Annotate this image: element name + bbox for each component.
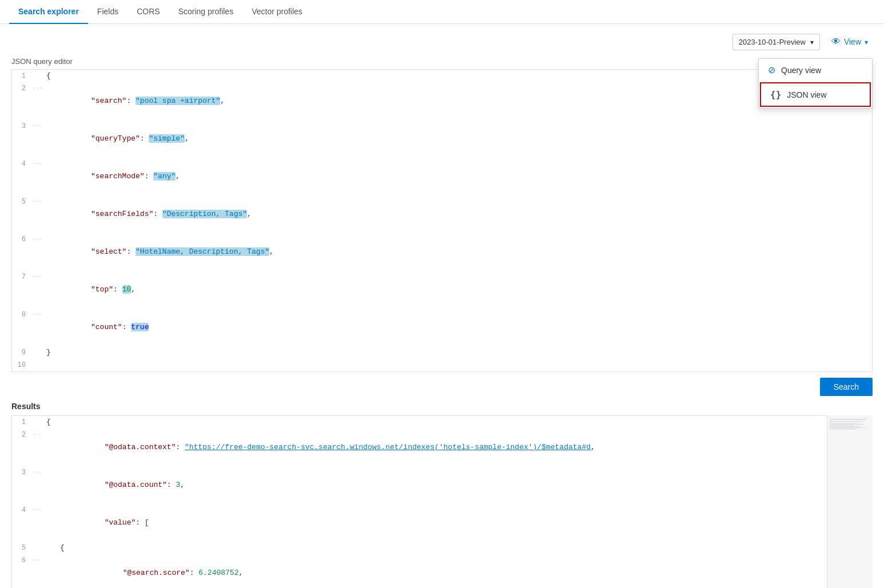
view-dropdown: ⊘ Query view {} JSON view <box>758 58 873 109</box>
editor-line-5: 5 ··· "searchFields": "Description, Tags… <box>12 195 872 233</box>
result-line-3: 3 ··· "@odata.count": 3, <box>12 466 823 504</box>
result-line-5: 5 { <box>12 542 823 554</box>
result-line-4: 4 ··· "value": [ <box>12 504 823 542</box>
query-view-label: Query view <box>781 66 821 75</box>
editor-line-4: 4 ··· "searchMode": "any", <box>12 158 872 195</box>
toolbar: 2023-10-01-Preview 👁 View ⊘ Query view {… <box>11 33 873 50</box>
json-view-option[interactable]: {} JSON view <box>760 82 871 107</box>
results-wrapper: 1 { 2 ··· "@odata.context": "https://fre… <box>11 415 873 588</box>
query-view-option[interactable]: ⊘ Query view <box>759 59 872 81</box>
tab-scoring-profiles[interactable]: Scoring profiles <box>169 0 243 24</box>
json-view-label: JSON view <box>787 90 826 99</box>
editor-line-3: 3 ··· "queryType": "simple", <box>12 120 872 158</box>
editor-line-8: 8 ··· "count": true <box>12 309 872 346</box>
eye-icon: 👁 <box>831 37 841 47</box>
result-line-2: 2 ··· "@odata.context": "https://free-de… <box>12 429 823 466</box>
tab-fields[interactable]: Fields <box>88 0 128 24</box>
json-query-editor[interactable]: 1 { 2 ··· "search": "pool spa +airport",… <box>11 69 873 372</box>
api-version-label: 2023-10-01-Preview <box>739 38 806 46</box>
tab-vector-profiles[interactable]: Vector profiles <box>242 0 312 24</box>
minimap-content <box>827 415 873 588</box>
editor-line-9: 9 } <box>12 346 872 359</box>
view-chevron-icon <box>865 37 868 46</box>
results-lines: 1 { 2 ··· "@odata.context": "https://fre… <box>12 416 823 588</box>
editor-line-1: 1 { <box>12 70 872 82</box>
json-editor-label: JSON query editor <box>11 57 873 66</box>
results-editor[interactable]: 1 { 2 ··· "@odata.context": "https://fre… <box>11 415 873 588</box>
editor-lines: 1 { 2 ··· "search": "pool spa +airport",… <box>12 70 872 371</box>
tab-cors[interactable]: CORS <box>128 0 169 24</box>
editor-line-7: 7 ··· "top": 10, <box>12 271 872 309</box>
view-button[interactable]: 👁 View <box>827 33 873 50</box>
editor-line-6: 6 ··· "select": "HotelName, Description,… <box>12 233 872 271</box>
nav-tabs: Search explorer Fields CORS Scoring prof… <box>0 0 884 24</box>
results-label: Results <box>11 402 873 411</box>
main-content: 2023-10-01-Preview 👁 View ⊘ Query view {… <box>0 24 884 588</box>
search-btn-container: Search <box>11 378 873 396</box>
results-minimap <box>827 415 873 588</box>
editor-line-10: 10 <box>12 359 872 371</box>
search-button[interactable]: Search <box>820 378 873 396</box>
result-line-6: 6 ··· "@search.score": 6.2408752, <box>12 554 823 588</box>
odata-context-link[interactable]: "https://free-demo-search-svc.search.win… <box>185 443 591 451</box>
tab-search-explorer[interactable]: Search explorer <box>9 0 88 24</box>
editor-line-2: 2 ··· "search": "pool spa +airport", <box>12 82 872 120</box>
curly-brace-icon: {} <box>770 89 781 100</box>
view-label: View <box>844 37 861 46</box>
api-version-dropdown[interactable]: 2023-10-01-Preview <box>732 34 820 50</box>
filter-icon: ⊘ <box>768 65 775 75</box>
result-line-1: 1 { <box>12 416 823 429</box>
chevron-down-icon <box>810 38 814 46</box>
